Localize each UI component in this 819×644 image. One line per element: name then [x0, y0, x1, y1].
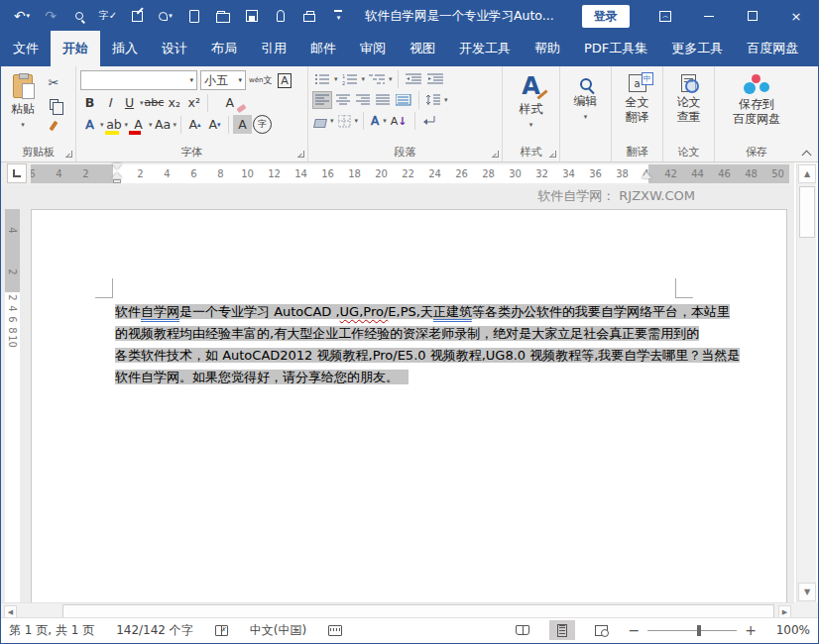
chevron-down-icon[interactable]: ▾: [362, 75, 366, 83]
bullets-icon[interactable]: [312, 70, 332, 88]
dialog-launcher-icon[interactable]: [297, 151, 304, 158]
tab-view[interactable]: 视图: [398, 31, 447, 66]
chevron-down-icon[interactable]: ▾: [389, 75, 393, 83]
chevron-down-icon[interactable]: ▾: [238, 76, 242, 84]
tab-insert[interactable]: 插入: [100, 31, 150, 66]
font-size-select[interactable]: 小五▾: [200, 70, 246, 90]
tab-references[interactable]: 引用: [249, 31, 298, 66]
tab-layout[interactable]: 布局: [199, 31, 249, 66]
vertical-scrollbar[interactable]: ▲ ▼: [796, 163, 816, 602]
attachment-icon[interactable]: [268, 4, 293, 28]
bold-button[interactable]: B: [80, 93, 99, 112]
subscript-button[interactable]: x₂: [165, 93, 183, 112]
chevron-down-icon[interactable]: ▾: [21, 121, 25, 129]
justify-icon[interactable]: [374, 91, 392, 109]
tab-mailings[interactable]: 邮件: [298, 31, 348, 66]
chevron-down-icon[interactable]: ▾: [27, 12, 31, 20]
tab-design[interactable]: 设计: [150, 31, 199, 66]
quick-print-icon[interactable]: [296, 4, 322, 28]
tab-pdf-tools[interactable]: PDF工具集: [572, 31, 659, 66]
chevron-down-icon[interactable]: ▾: [584, 113, 588, 121]
chevron-down-icon[interactable]: ▾: [334, 75, 338, 83]
shrink-font-icon[interactable]: A: [205, 115, 224, 134]
tab-more-tools[interactable]: 更多工具: [659, 31, 735, 66]
minimize-button[interactable]: [687, 1, 731, 31]
proofing-errors-icon[interactable]: ✗: [215, 625, 228, 636]
chevron-down-icon[interactable]: ▾: [444, 96, 448, 104]
decrease-indent-icon[interactable]: [404, 70, 423, 88]
format-painter-icon[interactable]: [43, 116, 64, 136]
web-layout-icon[interactable]: [589, 620, 615, 640]
character-shading-icon[interactable]: A: [233, 115, 252, 134]
text-line-4[interactable]: 软件自学网。如果您觉得好，请分享给您的朋友。: [115, 367, 662, 388]
open-file-icon[interactable]: [210, 4, 236, 28]
text-highlight-icon[interactable]: ab: [105, 115, 124, 134]
tab-help[interactable]: 帮助: [523, 31, 572, 66]
collapse-ribbon-icon[interactable]: [802, 150, 810, 158]
horizontal-ruler[interactable]: 642 246810121416182022242628303234363840…: [31, 164, 789, 183]
borders-icon[interactable]: [336, 112, 353, 130]
superscript-button[interactable]: x²: [184, 93, 203, 112]
right-indent-marker[interactable]: [642, 172, 651, 178]
strikethrough-button[interactable]: abc: [145, 93, 165, 112]
increase-indent-icon[interactable]: [425, 70, 445, 88]
zoom-level[interactable]: 100%: [770, 623, 810, 637]
tab-file[interactable]: 文件: [1, 31, 51, 66]
enclose-characters-icon[interactable]: 字: [253, 115, 272, 134]
full-text-translate-button[interactable]: a中 全文翻译: [616, 70, 658, 129]
scroll-down-icon[interactable]: ▼: [798, 583, 816, 601]
chevron-down-icon[interactable]: ▾: [100, 121, 104, 129]
zoom-out-icon[interactable]: −: [629, 622, 641, 638]
chevron-down-icon[interactable]: ▾: [355, 117, 359, 125]
distribute-icon[interactable]: [394, 91, 413, 109]
phonetic-guide-icon[interactable]: wén文: [249, 71, 272, 90]
chevron-down-icon[interactable]: ▾: [125, 121, 129, 129]
vertical-scroll-thumb[interactable]: [799, 186, 815, 238]
zoom-in-icon[interactable]: +: [745, 622, 757, 638]
chevron-down-icon[interactable]: ▾: [529, 121, 533, 129]
undo-icon[interactable]: ↶▾: [9, 4, 35, 28]
grow-font-icon[interactable]: A: [185, 115, 204, 134]
shading-icon[interactable]: [312, 112, 328, 130]
vertical-ruler[interactable]: 42 246810: [5, 209, 20, 602]
multilevel-list-icon[interactable]: [367, 70, 387, 88]
chevron-down-icon[interactable]: ▾: [330, 117, 334, 125]
font-name-select[interactable]: ▾: [80, 70, 197, 90]
paper-check-button[interactable]: 论文查重: [667, 70, 710, 129]
new-document-icon[interactable]: [181, 4, 207, 28]
dialog-launcher-icon[interactable]: [65, 151, 72, 158]
asian-layout-icon[interactable]: A: [369, 112, 381, 130]
paste-button[interactable]: 粘贴 ▾: [5, 70, 41, 144]
word-count[interactable]: 142/142 个字: [116, 622, 193, 639]
document-text[interactable]: 软件自学网是一个专业学习 AutoCAD ,UG,Pro/E,PS,天正建筑等各…: [115, 301, 662, 388]
line-spacing-icon[interactable]: [424, 91, 442, 109]
zoom-slider[interactable]: [647, 630, 737, 631]
close-button[interactable]: ×: [774, 1, 818, 31]
italic-button[interactable]: I: [100, 93, 119, 112]
print-preview-icon[interactable]: [66, 4, 92, 28]
tab-review[interactable]: 审阅: [348, 31, 398, 66]
dialog-launcher-icon[interactable]: [549, 151, 556, 158]
dialog-launcher-icon[interactable]: [492, 151, 499, 158]
page-indicator[interactable]: 第 1 页, 共 1 页: [9, 622, 94, 639]
input-method-icon[interactable]: [328, 625, 342, 636]
touch-mode-icon[interactable]: ▾: [153, 4, 178, 28]
chevron-down-icon[interactable]: ▾: [174, 121, 177, 129]
text-line-1[interactable]: 软件自学网是一个专业学习 AutoCAD ,UG,Pro/E,PS,天正建筑等各…: [115, 301, 662, 323]
tab-developer[interactable]: 开发工具: [447, 31, 523, 66]
first-line-indent-marker[interactable]: [112, 163, 122, 169]
editing-button[interactable]: 编辑 ▾: [564, 70, 607, 125]
horizontal-scroll-thumb[interactable]: [62, 604, 774, 618]
hanging-indent-marker[interactable]: [112, 172, 122, 178]
align-center-icon[interactable]: [334, 91, 352, 109]
show-marks-icon[interactable]: [420, 112, 438, 130]
text-effects-icon[interactable]: A: [80, 115, 99, 134]
spelling-check-icon[interactable]: 字✓: [95, 4, 121, 28]
save-to-baidu-button[interactable]: 保存到百度网盘: [719, 70, 794, 131]
text-line-3[interactable]: 各类软件技术，如 AutoCAD2012 视频教程,Pro/E5.0 视频教程,…: [115, 345, 662, 367]
font-color-icon[interactable]: A: [129, 115, 148, 134]
underline-button[interactable]: U: [120, 93, 139, 112]
draft-edit-icon[interactable]: [124, 4, 150, 28]
styles-button[interactable]: A 样式 ▾: [507, 70, 555, 133]
numbering-icon[interactable]: 12: [340, 70, 360, 88]
